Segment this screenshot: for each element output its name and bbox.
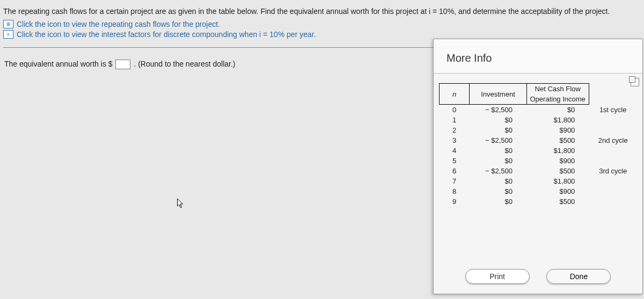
col-ncf-group: Net Cash Flow (526, 84, 589, 94)
cell-n: 3 (440, 135, 470, 145)
cell-investment: $0 (470, 115, 526, 125)
modal-title: More Info (434, 39, 642, 74)
cell-investment: $0 (470, 125, 526, 135)
table-row: 5$0$900 (440, 156, 638, 166)
cell-operating: $0 (526, 105, 589, 115)
answer-input[interactable] (115, 60, 130, 69)
table-row: 6− $2,500$5003rd cycle (440, 166, 638, 176)
cell-operating: $1,800 (526, 145, 589, 156)
cell-n: 5 (440, 156, 470, 166)
table-row: 3− $2,500$5002nd cycle (440, 135, 638, 145)
cell-cycle (589, 156, 637, 166)
link-cash-flows[interactable]: Click the icon to view the repeating cas… (17, 20, 220, 28)
table-row: 2$0$900 (440, 125, 638, 135)
cash-flow-table: n Investment Net Cash Flow Operating Inc… (439, 83, 637, 207)
cell-n: 0 (440, 105, 470, 115)
cell-n: 9 (440, 196, 470, 207)
link-interest-factors[interactable]: Click the icon to view the interest fact… (17, 30, 316, 39)
cell-investment: $0 (470, 196, 526, 207)
more-info-modal: More Info n Investment Net Cash Flow Ope… (433, 39, 643, 294)
col-operating-header: Operating Income (526, 94, 589, 105)
cell-cycle: 3rd cycle (589, 166, 637, 176)
cursor-icon (177, 199, 184, 208)
cell-investment: − $2,500 (470, 166, 526, 176)
table-row: 9$0$500 (440, 196, 638, 207)
table-row: 8$0$900 (440, 186, 638, 196)
cell-investment: $0 (470, 156, 526, 166)
table-row: 4$0$1,800 (440, 145, 638, 156)
answer-prefix: The equivalent annual worth is $ (4, 60, 113, 68)
cell-operating: $1,800 (526, 176, 589, 186)
question-intro: The repeating cash flows for a certain p… (3, 6, 641, 17)
cell-investment: $0 (470, 145, 526, 156)
cell-operating: $900 (526, 125, 589, 135)
cell-cycle (589, 125, 637, 135)
cell-cycle (589, 176, 637, 186)
done-button[interactable]: Done (546, 269, 611, 284)
cell-cycle (589, 196, 637, 207)
cell-investment: − $2,500 (470, 135, 526, 145)
table-row: 0− $2,500$01st cycle (440, 105, 638, 115)
cell-n: 1 (440, 115, 470, 125)
cell-n: 6 (440, 166, 470, 176)
cell-investment: $0 (470, 176, 526, 186)
cell-investment: $0 (470, 186, 526, 196)
cell-cycle (589, 115, 637, 125)
cell-cycle (589, 186, 637, 196)
question-links: ⊞ Click the icon to view the repeating c… (3, 20, 641, 39)
table-row: 1$0$1,800 (440, 115, 638, 125)
col-investment-header: Investment (470, 84, 526, 105)
cell-n: 4 (440, 145, 470, 156)
answer-suffix: . (Round to the nearest dollar.) (134, 60, 235, 68)
cell-operating: $900 (526, 186, 589, 196)
cell-operating: $500 (526, 135, 589, 145)
cell-investment: − $2,500 (470, 105, 526, 115)
print-button[interactable]: Print (465, 269, 530, 284)
cell-n: 7 (440, 176, 470, 186)
cell-n: 8 (440, 186, 470, 196)
table-icon[interactable]: ⊞ (3, 20, 13, 28)
col-n-header: n (452, 90, 456, 98)
cell-cycle: 1st cycle (589, 105, 637, 115)
cell-operating: $500 (526, 166, 589, 176)
cell-n: 2 (440, 125, 470, 135)
table-row: 7$0$1,800 (440, 176, 638, 186)
copy-icon[interactable] (631, 78, 639, 86)
cell-operating: $1,800 (526, 115, 589, 125)
cell-operating: $500 (526, 196, 589, 207)
book-icon[interactable]: ≡ (3, 30, 13, 39)
cell-cycle (589, 145, 637, 156)
cell-cycle: 2nd cycle (589, 135, 637, 145)
cell-operating: $900 (526, 156, 589, 166)
